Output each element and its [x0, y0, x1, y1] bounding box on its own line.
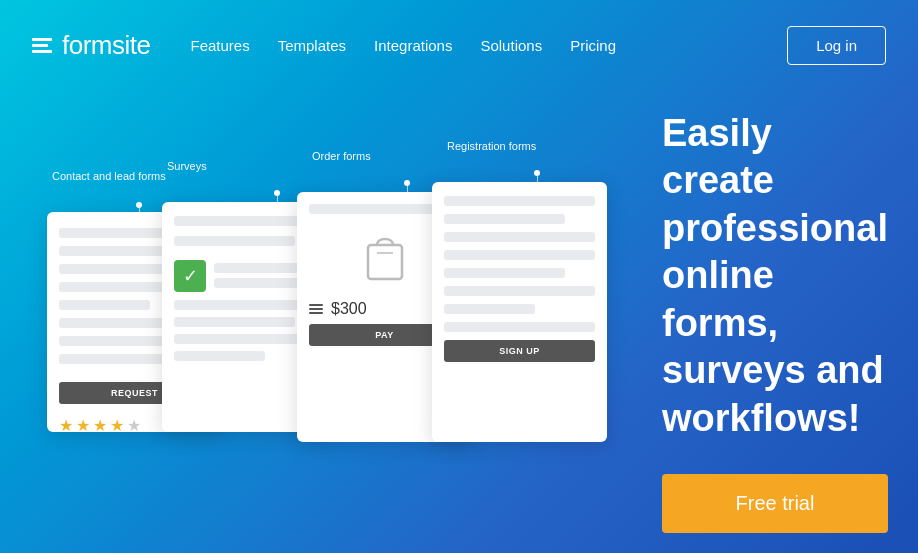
star: ★ — [110, 416, 124, 435]
logo-text: formsite — [62, 30, 150, 61]
nav-pricing[interactable]: Pricing — [570, 37, 616, 54]
card4-inner: SIGN UP — [432, 182, 607, 376]
star: ★ — [93, 416, 107, 435]
header: formsite Features Templates Integrations… — [0, 0, 918, 90]
form-card-registration: SIGN UP — [432, 182, 607, 442]
main-content: Contact and lead forms Surveys Order for… — [0, 90, 918, 553]
form-bar — [444, 214, 565, 224]
right-content: Easily create professional online forms,… — [622, 110, 908, 534]
form-bar — [444, 322, 595, 332]
bag-svg — [360, 227, 410, 287]
hero-title: Easily create professional online forms,… — [662, 110, 888, 443]
svg-rect-0 — [368, 245, 402, 279]
nav-features[interactable]: Features — [190, 37, 249, 54]
form-bar — [444, 304, 535, 314]
price-text: $300 — [331, 300, 367, 318]
main-nav: Features Templates Integrations Solution… — [190, 37, 616, 54]
star: ★ — [127, 416, 141, 435]
signup-button: SIGN UP — [444, 340, 595, 362]
header-right: Log in — [787, 26, 886, 65]
star: ★ — [76, 416, 90, 435]
form-bar — [444, 286, 595, 296]
checkbox-green: ✓ — [174, 260, 206, 292]
form-bar — [214, 278, 303, 288]
form-bar — [444, 250, 595, 260]
card3-label: Order forms — [312, 150, 371, 162]
star: ★ — [59, 416, 73, 435]
form-bar — [444, 232, 595, 242]
forms-showcase: Contact and lead forms Surveys Order for… — [32, 152, 622, 492]
card2-label: Surveys — [167, 160, 207, 172]
free-trial-button[interactable]: Free trial — [662, 474, 888, 533]
login-button[interactable]: Log in — [787, 26, 886, 65]
nav-integrations[interactable]: Integrations — [374, 37, 452, 54]
nav-solutions[interactable]: Solutions — [480, 37, 542, 54]
form-bar — [174, 351, 265, 361]
form-bar — [174, 236, 295, 246]
form-bar — [59, 300, 150, 310]
nav-templates[interactable]: Templates — [278, 37, 346, 54]
menu-icon-small — [309, 304, 323, 314]
logo[interactable]: formsite — [32, 30, 150, 61]
logo-icon — [32, 38, 52, 53]
card4-label: Registration forms — [447, 140, 536, 152]
form-bar — [444, 268, 565, 278]
card1-label: Contact and lead forms — [52, 170, 166, 182]
form-bar — [174, 317, 295, 327]
form-bar — [444, 196, 595, 206]
